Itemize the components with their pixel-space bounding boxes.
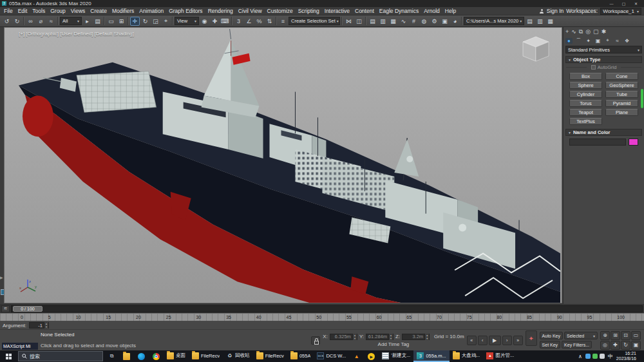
- menu-interactive[interactable]: Interactive: [322, 8, 352, 14]
- named-selection-sets-dropdown[interactable]: Create Selection Set▾: [289, 17, 340, 25]
- dapanji-folder-button[interactable]: 大盘鸡...: [450, 350, 484, 362]
- viewcube[interactable]: [519, 34, 553, 64]
- edit-named-selections-button[interactable]: ≡: [278, 17, 288, 26]
- select-and-rotate-button[interactable]: ↻: [140, 17, 150, 26]
- play-button[interactable]: ▶: [489, 336, 501, 345]
- y-coordinate-field[interactable]: 61.284m ▲▼: [366, 334, 393, 340]
- selection-lock-toggle[interactable]: [311, 336, 320, 345]
- dcs-world-button[interactable]: DCSDCS W...: [314, 350, 349, 362]
- desktop-folder-button[interactable]: 桌面: [164, 350, 189, 362]
- task-view-button[interactable]: ⧉: [104, 350, 119, 362]
- orbit-button[interactable]: ↻: [621, 341, 630, 350]
- menu-scripting[interactable]: Scripting: [296, 8, 322, 14]
- viewport[interactable]: [+] [Orthographic] [User Defined] [Defau…: [4, 27, 562, 303]
- add-time-tag-button[interactable]: Add Time Tag: [323, 341, 464, 347]
- material-editor-button[interactable]: ◍: [419, 17, 429, 26]
- taskbar-search-box[interactable]: 搜索: [18, 351, 103, 361]
- select-by-name-button[interactable]: ▤: [93, 17, 102, 26]
- maximize-viewport-toggle[interactable]: ▣: [631, 341, 641, 350]
- select-and-manipulate-button[interactable]: ✚: [210, 17, 220, 26]
- project-folder-dropdown[interactable]: C:\Users\A...s Max 2020▾: [464, 17, 524, 25]
- category-helpers[interactable]: ⌖: [604, 37, 611, 44]
- select-and-scale-button[interactable]: ◲: [151, 17, 160, 26]
- tab-modify[interactable]: ∿: [571, 28, 576, 35]
- menu-rendering[interactable]: Rendering: [205, 8, 236, 14]
- plane-button[interactable]: Plane: [605, 109, 638, 116]
- key-mode-dropdown[interactable]: Selected ▾: [564, 332, 598, 339]
- panel-scrollbar[interactable]: [641, 89, 643, 108]
- set-key-toggle[interactable]: Set Key: [540, 341, 561, 348]
- select-and-link-button[interactable]: ∞: [26, 17, 35, 26]
- go-to-end-button[interactable]: »: [513, 336, 523, 345]
- tab-hierarchy[interactable]: ⧉: [579, 28, 583, 35]
- z-coordinate-field[interactable]: 3.2m ▲▼: [402, 334, 430, 340]
- menu-modifiers[interactable]: Modifiers: [109, 8, 137, 14]
- category-systems[interactable]: ❖: [623, 38, 630, 44]
- maxscript-mini-listener[interactable]: MAXScript Mi: [2, 343, 38, 350]
- max-task-button[interactable]: 3055a.m...: [413, 350, 449, 362]
- menu-edit[interactable]: Edit: [15, 8, 30, 14]
- set-keys-button[interactable]: ✦: [526, 330, 537, 346]
- window-crossing-button[interactable]: ⊞: [117, 17, 126, 26]
- autogrid-checkbox[interactable]: [591, 65, 596, 70]
- scene-explorer-toggle[interactable]: ▤: [368, 17, 377, 26]
- render-production-button[interactable]: ◕: [450, 17, 460, 26]
- cylinder-button[interactable]: Cylinder: [569, 91, 602, 98]
- ribbon-toggle[interactable]: ▦: [388, 17, 398, 26]
- pan-button[interactable]: ✚: [611, 341, 620, 350]
- sphere-button[interactable]: Sphere: [569, 82, 602, 89]
- open-explorer-button[interactable]: ▥: [535, 17, 545, 26]
- menu-customize[interactable]: Customize: [265, 8, 296, 14]
- menu-help[interactable]: Help: [442, 8, 459, 14]
- category-space-warps[interactable]: ≈: [614, 38, 621, 44]
- angle-snap-button[interactable]: ∠: [244, 17, 254, 26]
- object-name-field[interactable]: [569, 138, 626, 146]
- filerecv2-folder-button[interactable]: FileRecv: [253, 350, 287, 362]
- schematic-view-button[interactable]: #: [409, 17, 419, 26]
- filerecv-folder-button[interactable]: FileRecv: [189, 350, 223, 362]
- menu-group[interactable]: Group: [48, 8, 68, 14]
- object-color-swatch[interactable]: [629, 138, 638, 146]
- recycle-bin-button[interactable]: ♻回收站: [223, 350, 253, 362]
- select-and-move-button[interactable]: ✛: [130, 17, 140, 26]
- layer-explorer-toggle[interactable]: ▥: [378, 17, 388, 26]
- file-explorer-button[interactable]: [119, 350, 134, 362]
- maximize-button[interactable]: ▢: [618, 0, 630, 7]
- import-scene-button[interactable]: ▤: [525, 17, 535, 26]
- menu-content[interactable]: Content: [352, 8, 377, 14]
- zoom-button[interactable]: ⊕: [600, 331, 610, 340]
- next-frame-button[interactable]: ›: [502, 336, 512, 345]
- primitive-category-dropdown[interactable]: Standard Primitives ▾: [565, 46, 642, 53]
- minimize-button[interactable]: —: [605, 0, 618, 7]
- menu-arnold[interactable]: Arnold: [421, 8, 442, 14]
- textplus-button[interactable]: TextPlus: [569, 118, 602, 125]
- field-of-view-button[interactable]: ◎: [600, 341, 610, 350]
- previous-frame-button[interactable]: ‹: [478, 336, 488, 345]
- expand-arrow-icon[interactable]: ▶: [0, 275, 3, 280]
- argument-field[interactable]: -1 ▲▼: [29, 322, 49, 329]
- folder-055a-button[interactable]: 055A: [287, 350, 314, 362]
- torus-button[interactable]: Torus: [569, 100, 602, 107]
- rendered-frame-button[interactable]: ▣: [440, 17, 450, 26]
- pyramid-button[interactable]: Pyramid: [605, 100, 638, 107]
- tab-utilities[interactable]: ✱: [601, 28, 607, 35]
- potplayer-button[interactable]: ▶: [364, 350, 379, 362]
- category-cameras[interactable]: ▣: [594, 38, 601, 44]
- tube-button[interactable]: Tube: [605, 91, 638, 98]
- vlc-button[interactable]: ▲: [349, 350, 364, 362]
- zoom-all-button[interactable]: ⊞: [611, 331, 620, 340]
- mirror-button[interactable]: ⋈: [344, 17, 354, 26]
- category-geometry[interactable]: ●: [565, 38, 573, 44]
- start-button[interactable]: [0, 350, 17, 362]
- spinner-arrows-icon[interactable]: ▲▼: [352, 334, 357, 340]
- go-to-start-button[interactable]: «: [467, 336, 477, 345]
- tray-chevron-icon[interactable]: ∧: [578, 354, 582, 359]
- undo-button[interactable]: ↺: [2, 17, 12, 26]
- image-manager-button[interactable]: ▲图片管...: [483, 350, 517, 362]
- key-filters-button[interactable]: Key Filters...: [562, 341, 592, 348]
- render-setup-button[interactable]: ⚙: [430, 17, 439, 26]
- menu-eagle-dynamics[interactable]: Eagle Dynamics: [377, 8, 421, 14]
- align-button[interactable]: ◫: [354, 17, 364, 26]
- teapot-button[interactable]: Teapot: [569, 109, 602, 116]
- object-type-rollout-header[interactable]: ▼ Object Type: [565, 56, 642, 63]
